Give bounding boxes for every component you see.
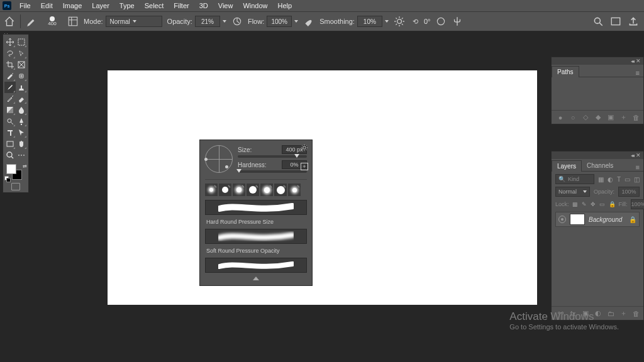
close-icon[interactable]: ✕ — [636, 152, 641, 158]
new-brush-preset-icon[interactable]: + — [301, 163, 308, 170]
color-swatches[interactable]: ⇄ — [4, 163, 27, 181]
angle-value[interactable]: 0° — [424, 18, 431, 25]
symmetry-icon[interactable] — [452, 16, 463, 27]
clone-stamp-tool[interactable] — [16, 82, 27, 93]
menu-3d[interactable]: 3D — [195, 1, 213, 11]
menu-layer[interactable]: Layer — [87, 1, 114, 11]
layer-opacity-input[interactable]: 100% — [618, 187, 640, 197]
path-to-selection-icon[interactable]: ◇ — [582, 114, 589, 121]
healing-brush-tool[interactable] — [16, 70, 27, 82]
trash-icon[interactable]: 🗑 — [632, 310, 640, 317]
smoothing-input[interactable]: 10% — [357, 16, 382, 27]
new-layer-icon[interactable]: ＋ — [619, 310, 627, 317]
path-select-tool[interactable] — [16, 127, 27, 138]
pen-tool[interactable] — [16, 116, 27, 127]
close-icon[interactable]: ✕ — [636, 58, 641, 64]
lock-artboard-icon[interactable]: ▭ — [599, 201, 605, 207]
crop-tool[interactable] — [4, 59, 16, 70]
hand-tool[interactable] — [16, 138, 27, 150]
brush-preset-extra[interactable]: ✎ — [288, 184, 301, 196]
quick-select-tool[interactable] — [16, 48, 27, 59]
default-colors-icon[interactable] — [4, 176, 9, 181]
move-tool[interactable] — [4, 36, 16, 48]
pressure-size-icon[interactable] — [435, 16, 447, 27]
gradient-tool[interactable] — [4, 104, 16, 116]
brush-angle-control[interactable] — [205, 145, 233, 173]
marquee-tool[interactable] — [16, 36, 27, 48]
brush-settings-icon[interactable] — [67, 16, 79, 27]
blend-mode-select[interactable]: Normal — [106, 16, 162, 27]
fill-input[interactable]: 100% — [631, 199, 644, 209]
smoothing-options-icon[interactable] — [394, 16, 405, 27]
menu-select[interactable]: Select — [140, 1, 169, 11]
stroke-preview[interactable] — [205, 200, 307, 215]
hardness-slider[interactable] — [238, 170, 307, 173]
lock-icon[interactable]: 🔒 — [629, 216, 636, 223]
foreground-color-swatch[interactable] — [6, 164, 16, 174]
eraser-tool[interactable] — [16, 93, 27, 104]
mask-icon[interactable]: ▣ — [607, 114, 614, 121]
lasso-tool[interactable] — [4, 48, 16, 59]
menu-type[interactable]: Type — [115, 1, 139, 11]
menu-window[interactable]: Window — [238, 1, 272, 11]
menu-view[interactable]: View — [214, 1, 238, 11]
edit-toolbar[interactable]: ⋯ — [16, 150, 27, 161]
filter-pixel-icon[interactable]: ▦ — [598, 176, 604, 183]
fill-path-icon[interactable]: ● — [557, 114, 564, 121]
panel-collapse-bar[interactable]: ◂◂ ✕ — [552, 57, 643, 65]
tab-layers[interactable]: Layers — [552, 160, 582, 172]
stroke-preview[interactable] — [205, 229, 307, 244]
tool-preset-icon[interactable] — [26, 16, 37, 27]
chevron-down-icon[interactable] — [385, 20, 389, 23]
new-path-icon[interactable]: ＋ — [619, 114, 627, 121]
airbrush-icon[interactable] — [303, 16, 314, 27]
menu-edit[interactable]: Edit — [36, 1, 57, 11]
zoom-tool[interactable] — [4, 150, 16, 161]
layer-filter-search[interactable]: 🔍 Kind — [555, 174, 594, 184]
filter-shape-icon[interactable]: ▭ — [625, 176, 630, 183]
standard-mode-icon[interactable] — [11, 183, 20, 190]
panel-menu-icon[interactable]: ≡ — [632, 69, 643, 77]
menu-image[interactable]: Image — [58, 1, 87, 11]
brush-tool[interactable] — [4, 82, 16, 93]
filter-type-icon[interactable]: T — [617, 176, 621, 183]
type-tool[interactable] — [4, 127, 16, 138]
lock-position-icon[interactable]: ✥ — [591, 201, 596, 207]
resize-handle[interactable] — [205, 277, 307, 283]
lock-paint-icon[interactable]: ✎ — [582, 201, 587, 207]
stroke-preview[interactable] — [205, 258, 307, 273]
brush-preset-picker[interactable]: 400 — [42, 16, 62, 26]
blur-tool[interactable] — [16, 104, 27, 116]
pressure-opacity-icon[interactable] — [231, 16, 243, 27]
lock-all-icon[interactable]: 🔒 — [609, 201, 616, 207]
frame-tool[interactable] — [16, 59, 27, 70]
flow-input[interactable]: 100% — [267, 16, 292, 27]
share-icon[interactable] — [628, 16, 639, 27]
chevron-down-icon[interactable] — [294, 20, 298, 23]
stroke-path-icon[interactable]: ○ — [569, 114, 577, 121]
size-slider[interactable] — [238, 155, 307, 158]
menu-filter[interactable]: Filter — [169, 1, 193, 11]
opacity-input[interactable]: 21% — [195, 16, 220, 27]
rectangle-tool[interactable] — [4, 138, 16, 150]
brush-preset-soft-med[interactable]: ✎ — [233, 184, 245, 196]
brush-preset-hard-large[interactable]: ✎ — [274, 184, 287, 196]
dodge-tool[interactable] — [4, 116, 16, 127]
panel-collapse-bar[interactable]: ◂◂ ✕ — [552, 151, 643, 159]
swap-colors-icon[interactable]: ⇄ — [23, 163, 27, 169]
brush-preset-hard-med[interactable]: ✎ — [247, 184, 259, 196]
menu-file[interactable]: File — [15, 1, 35, 11]
workspace-switcher-icon[interactable] — [610, 16, 621, 27]
document-canvas[interactable] — [108, 70, 537, 305]
search-icon[interactable] — [592, 16, 604, 27]
chevron-down-icon[interactable] — [223, 20, 226, 23]
panel-menu-icon[interactable]: ≡ — [632, 163, 643, 171]
brush-preset-hard-small[interactable]: ✎ — [219, 184, 231, 196]
gear-icon[interactable] — [301, 144, 308, 153]
brush-preset-soft-small[interactable]: ✎ — [205, 184, 218, 196]
selection-to-path-icon[interactable]: ◆ — [594, 114, 602, 121]
brush-preset-soft-large[interactable]: ✎ — [260, 184, 273, 196]
trash-icon[interactable]: 🗑 — [632, 114, 640, 121]
lock-transparency-icon[interactable]: ▩ — [572, 201, 578, 207]
layer-name[interactable]: Background — [589, 216, 622, 223]
